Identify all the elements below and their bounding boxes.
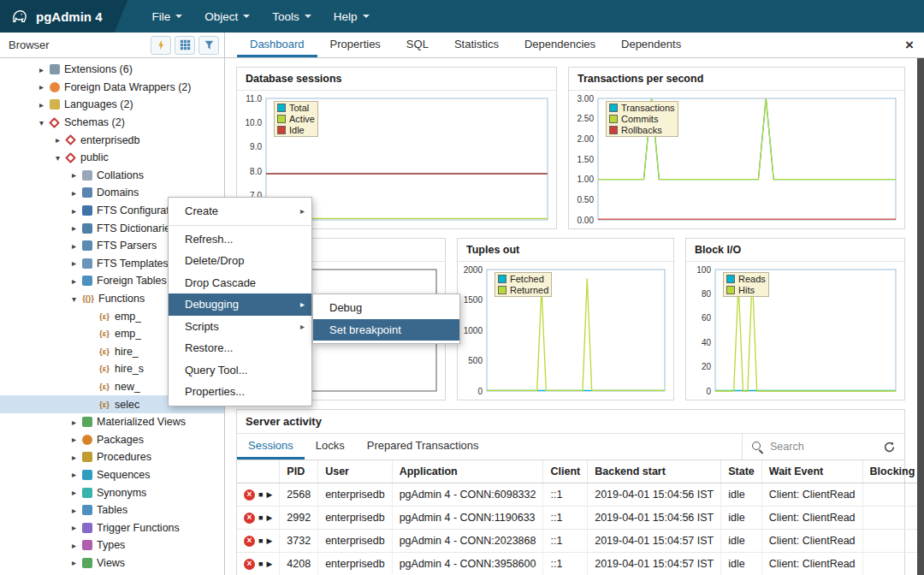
chevron-right-icon[interactable]: ▸ [68, 418, 80, 427]
context-menu-item-create[interactable]: Create▸ [169, 200, 311, 222]
terminate-session-icon[interactable]: × [244, 513, 255, 524]
view-details-icon[interactable]: ▶ [266, 536, 272, 547]
activity-tab-prepared-transactions[interactable]: Prepared Transactions [356, 434, 490, 459]
tree-item-sequences[interactable]: ▸Sequences [0, 466, 224, 484]
context-menu-item-delete-drop[interactable]: Delete/Drop [169, 250, 311, 272]
cancel-query-icon[interactable]: ■ [258, 559, 263, 570]
search-input[interactable] [770, 441, 864, 453]
chevron-right-icon[interactable]: ▸ [68, 506, 80, 515]
column-header-blocking[interactable]: Blocking [862, 460, 922, 483]
session-row[interactable]: ×■▶4208enterprisedbpgAdmin 4 - CONN:3958… [237, 553, 922, 575]
activity-tab-locks[interactable]: Locks [305, 434, 356, 459]
tree-item-packages[interactable]: ▸Packages [0, 430, 224, 448]
chevron-down-icon[interactable]: ▾ [36, 118, 47, 127]
submenu-item-set-breakpoint[interactable]: Set breakpoint [313, 319, 459, 341]
activity-tab-sessions[interactable]: Sessions [237, 434, 305, 459]
chevron-right-icon[interactable]: ▸ [36, 82, 47, 92]
view-details-icon[interactable]: ▶ [266, 559, 272, 570]
session-row[interactable]: ×■▶2568enterprisedbpgAdmin 4 - CONN:6098… [237, 483, 922, 507]
cancel-query-icon[interactable]: ■ [258, 513, 263, 524]
menu-file[interactable]: File [144, 5, 192, 28]
dashboard-scrollbar[interactable] [917, 58, 924, 575]
view-details-icon[interactable]: ▶ [266, 513, 272, 524]
context-menu-item-drop-cascade[interactable]: Drop Cascade [169, 272, 311, 294]
terminate-session-icon[interactable]: × [244, 489, 255, 501]
chevron-right-icon[interactable]: ▸ [68, 223, 80, 233]
chevron-right-icon[interactable]: ▸ [68, 170, 80, 180]
tab-dependencies[interactable]: Dependencies [512, 33, 608, 57]
context-menu-item-scripts[interactable]: Scripts▸ [169, 316, 311, 338]
tree-item-collations[interactable]: ▸Collations [0, 167, 224, 185]
chevron-right-icon[interactable]: ▸ [68, 558, 80, 567]
tree-item-trigger-functions[interactable]: ▸Trigger Functions [0, 519, 224, 536]
tree-item-procedures[interactable]: ▸Procedures [0, 448, 224, 466]
chart-canvas: 2000150010005000 [458, 262, 673, 400]
tree-item-extensions-6[interactable]: ▸Extensions (6) [0, 61, 224, 79]
column-header-backend-start[interactable]: Backend start [588, 460, 721, 483]
chevron-right-icon[interactable]: ▸ [52, 135, 63, 145]
chevron-right-icon[interactable]: ▸ [68, 435, 80, 444]
submenu-item-debug[interactable]: Debug [313, 297, 459, 319]
chevron-right-icon[interactable]: ▸ [36, 65, 47, 74]
row-actions: ×■▶ [237, 507, 280, 530]
tree-item-label: Foreign Tables [97, 275, 167, 287]
context-menu-item-refresh[interactable]: Refresh... [169, 228, 311, 251]
tree-item-materialized-views[interactable]: ▸Materialized Views [0, 413, 224, 431]
cancel-query-icon[interactable]: ■ [258, 489, 263, 501]
column-header-wait-event[interactable]: Wait Event [761, 460, 862, 483]
tree-item-enterprisedb[interactable]: ▸enterprisedb [0, 131, 224, 149]
chevron-right-icon[interactable]: ▸ [68, 541, 80, 550]
chevron-right-icon[interactable]: ▸ [68, 241, 80, 251]
chevron-right-icon[interactable]: ▸ [68, 523, 80, 532]
svg-text:10.0: 10.0 [246, 118, 263, 127]
tree-item-schemas-2[interactable]: ▾Schemas (2) [0, 114, 224, 132]
tree-item-tables[interactable]: ▸Tables [0, 501, 224, 519]
view-details-icon[interactable]: ▶ [266, 489, 272, 501]
chevron-right-icon[interactable]: ▸ [68, 276, 80, 286]
chevron-down-icon[interactable]: ▾ [52, 153, 63, 163]
chevron-right-icon[interactable]: ▸ [68, 488, 80, 497]
context-menu-item-query-tool[interactable]: Query Tool... [169, 359, 311, 382]
refresh-button[interactable] [883, 441, 896, 453]
session-row[interactable]: ×■▶2992enterprisedbpgAdmin 4 - CONN:1190… [237, 507, 922, 530]
chevron-down-icon[interactable]: ▾ [68, 294, 80, 304]
tree-item-public[interactable]: ▾public [0, 149, 224, 167]
terminate-session-icon[interactable]: × [244, 559, 255, 570]
column-header-application[interactable]: Application [392, 460, 543, 483]
quick-search-button[interactable] [151, 36, 171, 55]
filter-button[interactable] [198, 36, 219, 55]
tree-item-foreign-data-wrappers-2[interactable]: ▸Foreign Data Wrappers (2) [0, 79, 224, 97]
tree-item-synonyms[interactable]: ▸Synonyms [0, 483, 224, 501]
foreign-table-icon [82, 276, 92, 286]
column-header-client[interactable]: Client [543, 460, 588, 483]
column-header-pid[interactable]: PID [280, 460, 318, 483]
tab-sql[interactable]: SQL [394, 33, 441, 57]
terminate-session-icon[interactable]: × [244, 536, 255, 547]
context-menu-item-restore[interactable]: Restore... [169, 337, 311, 359]
menu-help[interactable]: Help [325, 5, 378, 28]
menu-object[interactable]: Object [196, 5, 258, 28]
context-menu-item-properties[interactable]: Properties... [169, 381, 311, 403]
server-activity-title: Server activity [237, 410, 904, 434]
chevron-right-icon[interactable]: ▸ [68, 453, 80, 462]
tab-properties[interactable]: Properties [317, 33, 394, 57]
grid-view-button[interactable] [175, 36, 195, 55]
column-header-state[interactable]: State [721, 460, 762, 483]
context-menu-item-debugging[interactable]: Debugging▸ [169, 293, 311, 316]
chevron-right-icon[interactable]: ▸ [68, 470, 80, 479]
chevron-right-icon[interactable]: ▸ [68, 206, 80, 216]
close-panel-icon[interactable]: × [895, 33, 924, 57]
chevron-right-icon[interactable]: ▸ [68, 188, 80, 198]
chevron-right-icon[interactable]: ▸ [68, 258, 80, 268]
tab-dashboard[interactable]: Dashboard [237, 33, 317, 57]
chevron-right-icon[interactable]: ▸ [36, 100, 47, 110]
tree-item-languages-2[interactable]: ▸Languages (2) [0, 96, 224, 114]
menu-tools[interactable]: Tools [264, 5, 320, 28]
tree-item-views[interactable]: ▸Views [0, 554, 224, 572]
tree-item-types[interactable]: ▸Types [0, 536, 224, 554]
tab-statistics[interactable]: Statistics [441, 33, 512, 57]
cancel-query-icon[interactable]: ■ [258, 536, 263, 547]
tab-dependents[interactable]: Dependents [608, 33, 694, 57]
column-header-user[interactable]: User [318, 460, 393, 483]
session-row[interactable]: ×■▶3732enterprisedbpgAdmin 4 - CONN:2023… [237, 530, 922, 553]
